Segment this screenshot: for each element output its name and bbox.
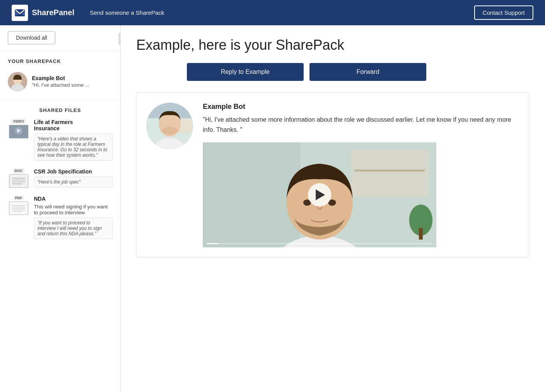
file-description-pdf: "If you want to proceed to interview I w… [34, 217, 113, 239]
sidebar-collapse-button[interactable]: ❯ [118, 33, 121, 45]
logo-icon [12, 5, 28, 21]
file-content-doc: CSR Job Specification "Here's the job sp… [34, 168, 113, 188]
message-body: Example Bot "Hi, I've attached some more… [203, 103, 519, 247]
file-item-pdf[interactable]: PDF NDA This will need s [8, 196, 113, 239]
forward-button[interactable]: Forward [309, 63, 426, 81]
logo-text: SharePanel [32, 8, 74, 17]
shared-files-title: SHARED FILES [8, 107, 113, 113]
pdf-thumbnail [9, 201, 28, 215]
chevron-icon: ❯ [120, 35, 121, 43]
header: SharePanel Send someone a SharePack Cont… [0, 0, 545, 25]
file-thumb-pdf: PDF [8, 196, 29, 239]
file-name-doc: CSR Job Specification [34, 168, 113, 175]
sender-preview: "Hi, I've attached some ... [32, 82, 89, 88]
file-thumb-doc: Doc [8, 168, 29, 188]
logo: SharePanel [12, 5, 74, 21]
video-progress-fill [207, 243, 218, 244]
file-type-badge-doc: Doc [13, 168, 24, 173]
svg-rect-9 [9, 175, 28, 188]
file-type-badge-pdf: PDF [14, 196, 24, 200]
sender-info: Example Bot "Hi, I've attached some ... [32, 75, 89, 88]
sidebar: Download all ❯ YOUR SHAREPACK Example Bo… [0, 25, 121, 392]
svg-rect-30 [419, 228, 423, 240]
file-content-video: Life at FarmersInsurance "Here's a video… [34, 119, 113, 161]
play-triangle-icon [316, 189, 325, 200]
layout: Download all ❯ YOUR SHAREPACK Example Bo… [0, 25, 545, 392]
video-progress-bar[interactable] [207, 243, 432, 244]
your-sharepack-label: YOUR SHAREPACK [0, 51, 120, 68]
video-thumbnail [9, 125, 28, 138]
svg-rect-28 [355, 170, 425, 172]
action-buttons: Reply to Example Forward [187, 63, 529, 81]
sender-name: Example Bot [32, 75, 89, 81]
download-all-button[interactable]: Download all [8, 31, 55, 44]
doc-thumbnail [9, 174, 28, 188]
reply-button[interactable]: Reply to Example [187, 63, 304, 81]
main-content: Example, here is your SharePack Reply to… [121, 25, 545, 392]
play-button[interactable] [308, 183, 331, 206]
contact-support-button[interactable]: Contact Support [474, 5, 533, 20]
file-thumb-video: Video [8, 119, 29, 161]
file-content-pdf: NDA This will need signing if you want t… [34, 196, 113, 239]
message-avatar [146, 103, 193, 149]
file-item-video[interactable]: Video Life at FarmersInsurance "Here's a… [8, 119, 113, 161]
file-description-video: "Here's a video that shows a typical day… [34, 133, 113, 161]
file-name-pdf: NDA [34, 196, 113, 202]
header-nav-link[interactable]: Send someone a SharePack [90, 9, 459, 16]
sender-row: Example Bot "Hi, I've attached some ... [0, 68, 120, 99]
svg-rect-31 [203, 142, 300, 247]
file-description-doc: "Here's the job spec" [34, 177, 113, 187]
svg-rect-27 [351, 150, 429, 197]
file-item-doc[interactable]: Doc CSR Job Specification "Here's the j [8, 168, 113, 188]
file-name-video: Life at FarmersInsurance [34, 119, 113, 131]
sender-avatar [8, 72, 27, 91]
file-type-badge-video: Video [11, 119, 25, 124]
message-card: Example Bot "Hi, I've attached some more… [136, 93, 529, 257]
sidebar-top: Download all [0, 25, 120, 51]
message-text: "Hi, I've attached some more information… [203, 115, 519, 135]
video-player[interactable] [203, 142, 436, 247]
page-title: Example, here is your SharePack [136, 37, 529, 53]
svg-point-25 [162, 127, 178, 135]
message-sender-name: Example Bot [203, 103, 519, 111]
file-plain-desc-pdf: This will need signing if you want to pr… [34, 204, 113, 215]
shared-files-section: SHARED FILES Video Life at FarmersInsura… [0, 99, 120, 251]
